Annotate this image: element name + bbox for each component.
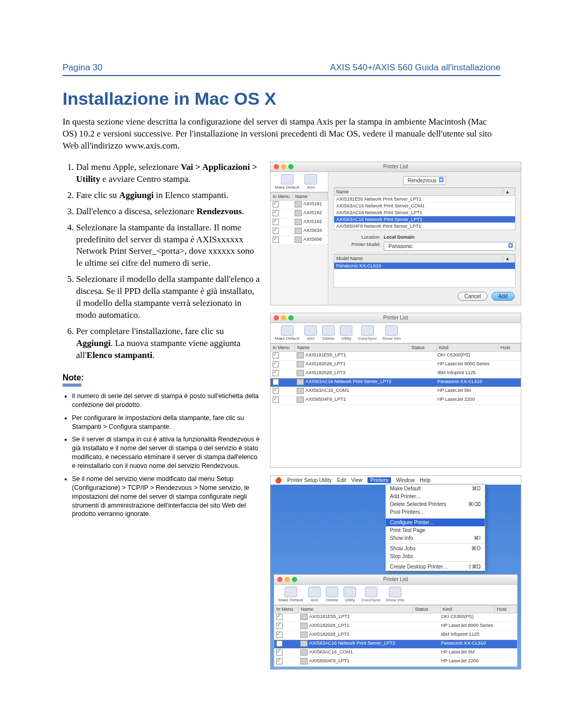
list-item[interactable]: AXIS63AC16 Network Print Server_LPT2 [334,216,515,223]
checkbox-icon[interactable] [276,632,283,638]
menu-item[interactable]: Edit [337,477,346,483]
menu-item[interactable]: Help [420,477,431,483]
checkbox-icon[interactable] [273,379,279,385]
checkbox-icon[interactable] [273,228,279,234]
step-5: Selezionare il modello della stampante d… [76,274,261,322]
table-row[interactable]: AXIS63AC16_COM1HP LaserJet 5M [271,387,521,396]
checkbox-icon[interactable] [276,640,283,647]
minimize-icon[interactable] [281,315,286,320]
checkbox-icon[interactable] [276,623,283,629]
list-item[interactable]: AXIS182 [271,218,328,227]
table-row[interactable]: AXIS63AC16_COM1HP LaserJet 5M [274,649,517,658]
menu-item[interactable]: Printers [368,477,390,483]
checkbox-icon[interactable] [273,370,279,376]
toolbar-icon[interactable] [385,325,398,336]
printer-icon [300,640,308,647]
menu-item[interactable]: Configure Printer… [386,519,485,526]
toolbar-icon[interactable] [340,325,352,336]
checkbox-icon[interactable] [273,201,279,207]
checkbox-icon[interactable] [276,649,283,656]
discovery-select[interactable]: Rendezvous [403,176,447,185]
step-2: Fare clic su Aggiungi in Elenco stampant… [76,190,261,202]
table-row[interactable]: AXIS6504F8_LPT1HP LaserJet 2200 [274,658,517,667]
list-item[interactable]: AXIS182 [271,209,328,218]
note-item: Se il nome del servizio viene modificato… [72,475,261,519]
checkbox-icon[interactable] [273,210,279,216]
zoom-icon[interactable] [288,315,293,320]
table-row[interactable]: AXIS182028_LPT2IBM Infoprint 1125 [274,631,517,640]
menu-item[interactable]: Create Desktop Printer…⇧⌘D [386,563,485,571]
toolbar-icon[interactable] [281,325,293,336]
list-item[interactable]: AXIS181 [271,201,328,209]
minimize-icon[interactable] [285,577,290,582]
table-row[interactable]: AXIS182028_LPT1HP LaserJet 8000 Series [271,361,521,369]
checkbox-icon[interactable] [273,361,279,367]
add-icon[interactable] [304,174,317,184]
list-item[interactable]: AXIS656 [271,236,328,245]
printer-icon [300,614,308,620]
zoom-icon[interactable] [288,164,293,169]
apple-icon[interactable]: 🍎 [275,477,282,484]
model-row[interactable]: Panasonic KX-CL510 [334,263,515,269]
table-row[interactable]: AXIS182028_LPT2IBM Infoprint 1125 [271,369,521,378]
checkbox-icon[interactable] [273,352,279,359]
checkbox-icon[interactable] [273,219,279,225]
toolbar-icon[interactable] [304,325,317,336]
checkbox-icon[interactable] [273,237,279,243]
printer-model-select[interactable]: Panasonic [384,242,516,251]
steps-list: Dal menu Apple, selezionare Vai > Applic… [63,162,261,362]
menu-item[interactable]: Add Printer… [386,492,485,500]
menu-item[interactable]: Show Info⌘I [386,534,485,542]
table-row[interactable]: AXIS63AC16 Network Print Server_LPT2Pana… [274,640,517,649]
toolbar-icon[interactable] [285,587,297,597]
list-item[interactable]: AXIS63AC16 Network Print Server_LPT1 [334,209,515,216]
list-item[interactable]: AXIS181E55 Network Print Server_LPT1 [334,196,515,203]
checkbox-icon[interactable] [273,388,279,394]
menu-item[interactable]: Show Jobs⌘O [386,545,485,552]
make-default-icon[interactable] [281,174,293,184]
toolbar-icon[interactable] [322,325,335,336]
cancel-button[interactable]: Cancel [458,292,487,301]
toolbar-icon[interactable] [344,587,356,597]
menu-item[interactable]: Delete Selected Printers⌘⌫ [386,500,485,508]
menu-item[interactable]: View [351,477,363,483]
table-row[interactable]: AXIS63AC16 Network Print Server_LPT2Pana… [271,378,521,387]
printer-icon [295,228,302,234]
screenshot-add-printer: Printer List Make DefaultAdd In MenuName… [270,162,521,305]
checkbox-icon[interactable] [276,614,283,620]
checkbox-icon[interactable] [273,397,279,403]
toolbar-icon[interactable] [365,587,377,597]
close-icon[interactable] [274,315,279,320]
screenshot-configure-menu: 🍎Printer Setup UtilityEditViewPrintersWi… [270,475,521,670]
toolbar-icon[interactable] [326,587,338,597]
menu-item[interactable]: Print Test Page [386,526,485,534]
list-item[interactable]: AXIS634 [271,227,328,236]
close-icon[interactable] [274,164,279,169]
toolbar-icon[interactable] [389,587,401,597]
menubar: 🍎Printer Setup UtilityEditViewPrintersWi… [271,476,521,485]
toolbar-icon[interactable] [361,325,374,336]
section-title: Installazione in Mac OS X [63,89,500,109]
printer-icon [300,632,308,638]
zoom-icon[interactable] [292,577,297,582]
window-title: Printer List [383,315,408,320]
menu-item[interactable]: Printer Setup Utility [287,477,332,483]
printer-icon [295,219,302,225]
table-row[interactable]: AXIS181E55_LPT1OKI C5300(PS) [274,613,517,622]
table-row[interactable]: AXIS6504F8_LPT1HP LaserJet 2200 [271,396,521,405]
toolbar-icon[interactable] [308,587,321,597]
menu-item[interactable]: Pool Printers… [386,508,485,516]
close-icon[interactable] [277,577,283,582]
menu-item[interactable]: Stop Jobs [386,552,485,560]
menu-item[interactable]: Window [396,477,415,483]
add-button[interactable]: Add [492,292,515,301]
list-item[interactable]: AXIS63AC16 Network Print Server_COM1 [334,203,515,209]
checkbox-icon[interactable] [276,658,283,664]
table-row[interactable]: AXIS181E55_LPT1OKI C5300(PS) [271,352,521,361]
page-number: Pagina 30 [63,63,103,73]
minimize-icon[interactable] [281,164,286,169]
table-row[interactable]: AXIS182028_LPT1HP LaserJet 8000 Series [274,622,517,631]
list-item[interactable]: AXIS6504F8 Network Print Server_LPT1 [334,223,515,230]
printer-icon [300,649,308,656]
menu-item[interactable]: Make Default⌘D [386,485,485,492]
